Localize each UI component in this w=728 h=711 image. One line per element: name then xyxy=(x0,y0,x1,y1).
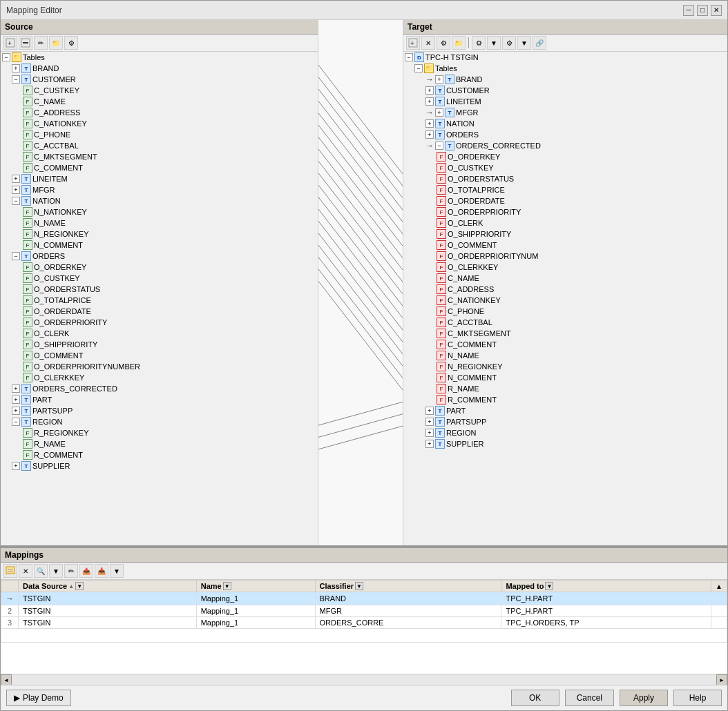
scroll-track[interactable] xyxy=(12,674,716,685)
tree-node-orders[interactable]: − T ORDERS xyxy=(1,251,318,262)
maximize-button[interactable]: □ xyxy=(697,5,708,16)
source-edit-button[interactable]: ✏ xyxy=(34,36,48,50)
tree-node-t-n-name[interactable]: F N_NAME xyxy=(403,350,727,361)
tree-node-n-regionkey[interactable]: F N_REGIONKEY xyxy=(1,228,318,240)
tree-node-customer[interactable]: − T CUSTOMER xyxy=(1,74,318,85)
tree-node-lineitem[interactable]: + T LINEITEM xyxy=(1,173,318,184)
tree-node-t-c-phone[interactable]: F C_PHONE xyxy=(403,306,727,317)
tree-node-o-orderpriority[interactable]: F O_ORDERPRIORITY xyxy=(1,317,318,328)
tree-node-r-name[interactable]: F R_NAME xyxy=(1,438,318,449)
expand-target-part[interactable]: + xyxy=(425,407,434,415)
expand-target-nation[interactable]: + xyxy=(425,119,434,128)
tree-node-target-partsupp[interactable]: + T PARTSUPP xyxy=(403,416,727,427)
tree-node-t-c-name[interactable]: F C_NAME xyxy=(403,273,727,284)
tree-node-o-totalprice[interactable]: F O_TOTALPRICE xyxy=(1,295,318,306)
tree-node-o-orderstatus[interactable]: F O_ORDERSTATUS xyxy=(1,284,318,295)
mappings-dropdown-button[interactable]: ▼ xyxy=(110,564,124,578)
expand-supplier[interactable]: + xyxy=(12,462,20,470)
mappings-add-button[interactable] xyxy=(3,564,17,578)
ok-button[interactable]: OK xyxy=(511,690,559,706)
tree-node-tpch-root[interactable]: − D TPC-H TSTGIN xyxy=(403,52,727,63)
target-btn2[interactable]: ⚙ xyxy=(502,36,516,50)
tree-node-o-comment[interactable]: F O_COMMENT xyxy=(1,350,318,361)
tree-node-o-orderdate[interactable]: F O_ORDERDATE xyxy=(1,306,318,317)
tree-node-part[interactable]: + T PART xyxy=(1,394,318,405)
tree-node-supplier[interactable]: + T SUPPLIER xyxy=(1,460,318,471)
apply-button[interactable]: Apply xyxy=(620,690,668,706)
tree-node-t-r-comment[interactable]: F R_COMMENT xyxy=(403,394,727,405)
tree-node-r-regionkey[interactable]: F R_REGIONKEY xyxy=(1,427,318,438)
tree-node-t-c-mktsegment[interactable]: F C_MKTSEGMENT xyxy=(403,328,727,339)
tree-node-target-brand[interactable]: → + T BRAND xyxy=(403,74,727,85)
tree-node-t-c-comment[interactable]: F C_COMMENT xyxy=(403,339,727,350)
tree-node-t-o-comment[interactable]: F O_COMMENT xyxy=(403,240,727,251)
col-name[interactable]: Name ▼ xyxy=(196,581,315,592)
minimize-button[interactable]: ─ xyxy=(683,5,694,16)
mapping-row-1[interactable]: → TSTGIN Mapping_1 BRAND TPC_H.PART xyxy=(1,592,727,605)
tree-node-t-o-totalprice[interactable]: F O_TOTALPRICE xyxy=(403,184,727,195)
tree-node-t-o-orderpriority[interactable]: F O_ORDERPRIORITY xyxy=(403,206,727,217)
help-button[interactable]: Help xyxy=(673,690,722,706)
tree-node-c-custkey[interactable]: F C_CUSTKEY xyxy=(1,85,318,96)
target-link-button[interactable]: 🔗 xyxy=(533,36,546,50)
expand-lineitem[interactable]: + xyxy=(12,175,20,183)
expand-target-supplier[interactable]: + xyxy=(425,440,434,448)
expand-target-lineitem[interactable]: + xyxy=(425,97,434,106)
target-btn1-dropdown[interactable]: ▼ xyxy=(487,36,501,50)
mappings-edit-button[interactable]: ✏ xyxy=(64,564,78,578)
tree-node-t-c-address[interactable]: F C_ADDRESS xyxy=(403,284,727,295)
tree-node-o-clerk[interactable]: F O_CLERK xyxy=(1,328,318,339)
tree-node-t-o-orderkey[interactable]: F O_ORDERKEY xyxy=(403,151,727,162)
tree-node-t-o-clerkkey[interactable]: F O_CLERKKEY xyxy=(403,262,727,273)
col-classifier[interactable]: Classifier ▼ xyxy=(315,581,501,592)
expand-target-orders-corrected[interactable]: − xyxy=(435,142,443,150)
mappedto-filter-btn[interactable]: ▼ xyxy=(545,582,553,590)
tree-node-target-region[interactable]: + T REGION xyxy=(403,427,727,438)
tree-node-partsupp[interactable]: + T PARTSUPP xyxy=(1,405,318,416)
tree-node-target-orders-corrected[interactable]: → − T ORDERS_CORRECTED xyxy=(403,140,727,151)
tree-node-c-phone[interactable]: F C_PHONE xyxy=(1,129,318,140)
scroll-right-btn[interactable]: ► xyxy=(716,674,727,685)
tree-node-c-acctbal[interactable]: F C_ACCTBAL xyxy=(1,140,318,151)
target-edit-button[interactable]: ⚙ xyxy=(437,36,450,50)
expand-target-brand[interactable]: + xyxy=(435,75,443,84)
target-folder-button[interactable]: 📁 xyxy=(452,36,466,50)
expand-nation[interactable]: − xyxy=(12,197,20,205)
mappings-search-button[interactable]: 🔍 xyxy=(34,564,48,578)
tree-node-target-nation[interactable]: + T NATION xyxy=(403,118,727,129)
scroll-up-icon[interactable]: ▲ xyxy=(716,583,722,590)
tree-node-o-shippriority[interactable]: F O_SHIPPRIORITY xyxy=(1,339,318,350)
tree-node-target-mfgr[interactable]: → + T MFGR xyxy=(403,107,727,118)
tree-node-mfgr[interactable]: + T MFGR xyxy=(1,184,318,195)
tree-node-n-comment[interactable]: F N_COMMENT xyxy=(1,240,318,251)
close-button[interactable]: ✕ xyxy=(711,5,722,16)
tree-node-t-o-clerk[interactable]: F O_CLERK xyxy=(403,217,727,228)
mapping-row-3[interactable]: 3 TSTGIN Mapping_1 ORDERS_CORRE TPC_H.OR… xyxy=(1,617,727,629)
tree-node-t-o-custkey[interactable]: F O_CUSTKEY xyxy=(403,162,727,173)
tree-node-t-c-acctbal[interactable]: F C_ACCTBAL xyxy=(403,317,727,328)
tree-node-nation[interactable]: − T NATION xyxy=(1,195,318,206)
tree-node-c-name[interactable]: F C_NAME xyxy=(1,96,318,107)
tree-node-c-address[interactable]: F C_ADDRESS xyxy=(1,107,318,118)
tree-node-o-orderkey[interactable]: F O_ORDERKEY xyxy=(1,262,318,273)
tree-node-t-c-nationkey[interactable]: F C_NATIONKEY xyxy=(403,295,727,306)
tree-node-c-comment[interactable]: F C_COMMENT xyxy=(1,162,318,173)
mappings-export-button[interactable]: 📤 xyxy=(79,564,93,578)
tree-node-t-o-orderstatus[interactable]: F O_ORDERSTATUS xyxy=(403,173,727,184)
classifier-filter-btn[interactable]: ▼ xyxy=(355,582,363,590)
target-btn2-dropdown[interactable]: ▼ xyxy=(517,36,531,50)
tree-node-t-o-orderprioritynum[interactable]: F O_ORDERPRIORITYNUM xyxy=(403,251,727,262)
expand-tpch[interactable]: − xyxy=(405,53,413,61)
cancel-button[interactable]: Cancel xyxy=(565,690,614,706)
expand-target-partsupp[interactable]: + xyxy=(425,418,434,426)
datasource-filter-btn[interactable]: ▼ xyxy=(75,582,84,590)
expand-customer[interactable]: − xyxy=(12,75,20,84)
expand-target-region[interactable]: + xyxy=(425,429,434,437)
source-gear-button[interactable]: ⚙ xyxy=(64,36,78,50)
expand-part[interactable]: + xyxy=(12,396,20,404)
tree-node-target-supplier[interactable]: + T SUPPLIER xyxy=(403,438,727,449)
tree-node-t-o-orderdate[interactable]: F O_ORDERDATE xyxy=(403,195,727,206)
mappings-delete-button[interactable]: ✕ xyxy=(19,564,32,578)
target-remove-button[interactable]: ✕ xyxy=(421,36,435,50)
expand-orders-corrected[interactable]: + xyxy=(12,384,20,393)
